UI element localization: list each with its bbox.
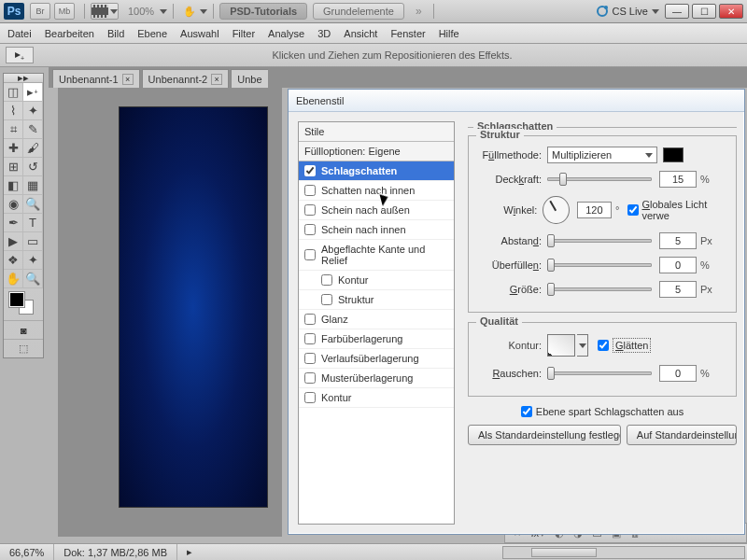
stamp-tool-icon[interactable]: ⊞ xyxy=(4,158,23,176)
slider-thumb[interactable] xyxy=(547,283,555,296)
status-doc-info[interactable]: Dok: 1,37 MB/2,86 MB xyxy=(54,544,177,560)
crop-tool-icon[interactable]: ⌗ xyxy=(4,120,23,139)
reset-default-button[interactable]: Auf Standardeinstellun xyxy=(627,425,737,445)
style-verlaufsueberlagerung[interactable]: Verlaufsüberlagerung xyxy=(299,349,454,369)
style-farbueberlagerung[interactable]: Farbüberlagerung xyxy=(299,329,454,349)
style-checkbox[interactable] xyxy=(304,392,316,403)
expand-workspaces-icon[interactable]: » xyxy=(416,5,422,18)
healing-brush-tool-icon[interactable]: ✚ xyxy=(4,139,23,158)
horizontal-scrollbar[interactable] xyxy=(502,546,745,559)
style-schlagschatten[interactable]: Schlagschatten xyxy=(299,161,454,181)
menu-analyse[interactable]: Analyse xyxy=(268,28,304,39)
knockout-checkbox[interactable] xyxy=(521,406,532,417)
size-input[interactable]: 5 xyxy=(659,281,697,298)
style-schein-aussen[interactable]: Schein nach außen xyxy=(299,201,454,220)
style-checkbox[interactable] xyxy=(304,333,316,344)
document-tab[interactable]: Unbe xyxy=(231,69,267,88)
gradient-tool-icon[interactable]: ▦ xyxy=(23,176,43,195)
screen-mode-icon[interactable]: ⬚ xyxy=(4,339,43,357)
menu-hilfe[interactable]: Hilfe xyxy=(439,28,459,39)
menu-auswahl[interactable]: Auswahl xyxy=(180,28,219,39)
foreground-color-swatch[interactable] xyxy=(9,292,24,307)
style-schatten-innen[interactable]: Schatten nach innen xyxy=(299,181,454,201)
eraser-tool-icon[interactable]: ◧ xyxy=(4,176,23,195)
workspace-psd-tutorials[interactable]: PSD-Tutorials xyxy=(219,3,307,20)
magic-wand-tool-icon[interactable]: ✦ xyxy=(23,102,43,120)
style-checkbox[interactable] xyxy=(321,294,332,305)
history-brush-tool-icon[interactable]: ↺ xyxy=(23,158,43,176)
close-button[interactable]: ✕ xyxy=(719,4,743,19)
style-schein-innen[interactable]: Schein nach innen xyxy=(299,220,454,240)
cs-live-button[interactable]: CS Live xyxy=(597,6,659,17)
style-kante-relief[interactable]: Abgeflachte Kante und Relief xyxy=(299,240,454,271)
move-tool-icon[interactable]: ▸+ xyxy=(23,83,43,102)
document-tab[interactable]: Unbenannt-2× xyxy=(142,69,230,88)
lasso-tool-icon[interactable]: ⌇ xyxy=(4,102,23,120)
opacity-slider[interactable] xyxy=(547,177,652,181)
contour-dropdown[interactable] xyxy=(577,334,588,357)
distance-slider[interactable] xyxy=(547,239,652,243)
antialias-checkbox[interactable] xyxy=(598,340,609,351)
distance-input[interactable]: 5 xyxy=(659,232,697,249)
blendmode-select[interactable]: Multiplizieren xyxy=(547,147,657,163)
slider-thumb[interactable] xyxy=(547,367,555,380)
dialog-title-bar[interactable]: Ebenenstil xyxy=(289,90,744,112)
pen-tool-icon[interactable]: ✒ xyxy=(4,214,23,232)
current-tool-preset[interactable]: ▸+ xyxy=(6,47,34,63)
global-light-checkbox[interactable] xyxy=(627,204,639,216)
maximize-button[interactable]: ☐ xyxy=(692,4,716,19)
slider-thumb[interactable] xyxy=(547,259,555,272)
noise-input[interactable]: 0 xyxy=(659,365,697,382)
status-zoom[interactable]: 66,67% xyxy=(0,544,54,560)
style-checkbox[interactable] xyxy=(304,353,316,364)
menu-fenster[interactable]: Fenster xyxy=(390,28,425,39)
3d-camera-tool-icon[interactable]: ✦ xyxy=(23,251,43,270)
scrollbar-thumb[interactable] xyxy=(531,548,597,557)
style-checkbox[interactable] xyxy=(304,204,316,216)
hand-tool-icon[interactable]: ✋ xyxy=(4,270,23,288)
noise-slider[interactable] xyxy=(547,371,652,375)
size-slider[interactable] xyxy=(547,287,652,291)
spread-input[interactable]: 0 xyxy=(659,257,697,273)
style-checkbox[interactable] xyxy=(304,249,316,260)
angle-input[interactable]: 120 xyxy=(577,202,613,218)
eyedropper-tool-icon[interactable]: ✎ xyxy=(23,120,43,139)
dodge-tool-icon[interactable]: 🔍 xyxy=(23,195,43,214)
brush-tool-icon[interactable]: 🖌 xyxy=(23,139,43,158)
view-extras-button[interactable] xyxy=(91,3,119,20)
angle-dial[interactable] xyxy=(543,196,569,224)
style-checkbox[interactable] xyxy=(304,185,316,196)
3d-tool-icon[interactable]: ❖ xyxy=(4,251,23,270)
blur-tool-icon[interactable]: ◉ xyxy=(4,195,23,214)
hand-icon[interactable]: ✋ xyxy=(183,6,196,18)
menu-3d[interactable]: 3D xyxy=(317,28,331,39)
set-default-button[interactable]: Als Standardeinstellung festlegen xyxy=(468,425,621,445)
zoom-tool-icon[interactable]: 🔍 xyxy=(23,270,43,288)
opacity-input[interactable]: 15 xyxy=(659,171,697,188)
fill-options-row[interactable]: Füllloptionen: Eigene xyxy=(299,142,454,161)
close-tab-icon[interactable]: × xyxy=(211,74,222,85)
path-selection-tool-icon[interactable]: ▶ xyxy=(4,232,23,251)
close-tab-icon[interactable]: × xyxy=(122,74,134,85)
contour-preview[interactable] xyxy=(547,334,575,357)
zoom-level[interactable]: 100% xyxy=(128,6,154,17)
bridge-button[interactable]: Br xyxy=(30,3,50,20)
style-kontur-sub[interactable]: Kontur xyxy=(299,271,454,290)
minibridge-button[interactable]: Mb xyxy=(54,3,75,20)
style-checkbox[interactable] xyxy=(304,314,316,325)
style-checkbox[interactable] xyxy=(321,274,332,286)
quick-mask-icon[interactable]: ◙ xyxy=(4,320,43,339)
menu-filter[interactable]: Filter xyxy=(233,28,255,39)
menu-datei[interactable]: Datei xyxy=(7,28,32,39)
document-canvas[interactable] xyxy=(119,106,268,508)
style-glanz[interactable]: Glanz xyxy=(299,310,454,329)
marquee-tool-icon[interactable]: ◫ xyxy=(4,83,23,102)
slider-thumb[interactable] xyxy=(547,234,555,247)
shape-tool-icon[interactable]: ▭ xyxy=(23,232,43,251)
style-checkbox[interactable] xyxy=(304,372,316,384)
menu-ansicht[interactable]: Ansicht xyxy=(344,28,377,39)
style-struktur-sub[interactable]: Struktur xyxy=(299,290,454,310)
slider-thumb[interactable] xyxy=(559,173,567,186)
minimize-button[interactable]: — xyxy=(665,4,689,19)
color-swatches[interactable] xyxy=(4,288,43,320)
